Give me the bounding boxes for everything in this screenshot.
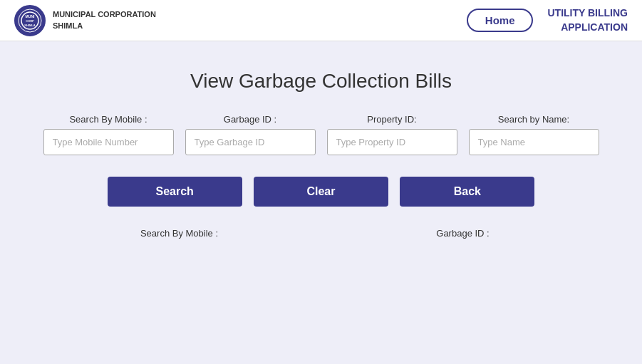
property-id-input[interactable] [327, 129, 457, 155]
bottom-garbage-label: Garbage ID : [327, 228, 599, 239]
name-label: Search by Name: [469, 114, 599, 125]
clear-button[interactable]: Clear [254, 177, 388, 207]
app-title: UTILITY BILLING APPLICATION [547, 6, 628, 34]
svg-text:CORP: CORP [26, 19, 34, 23]
mobile-label: Search By Mobile : [43, 114, 174, 125]
header-left: MUNI CORP SHIMLA MUNICIPAL CORPORATION S… [14, 5, 156, 36]
home-button[interactable]: Home [467, 9, 534, 32]
org-name: MUNICIPAL CORPORATION SHIMLA [53, 9, 156, 31]
bottom-field-group-mobile: Search By Mobile : [43, 228, 316, 243]
field-group-garbage-id: Garbage ID : [185, 114, 316, 155]
bottom-field-group-garbage: Garbage ID : [327, 228, 599, 243]
main-content: View Garbage Collection Bills Search By … [0, 41, 642, 364]
svg-text:MUNI: MUNI [26, 14, 35, 19]
search-button[interactable]: Search [108, 177, 242, 207]
field-group-name: Search by Name: [469, 114, 599, 155]
bottom-section: Search By Mobile : Garbage ID : [43, 228, 599, 243]
field-group-mobile: Search By Mobile : [43, 114, 174, 155]
svg-text:SHIMLA: SHIMLA [24, 24, 35, 27]
bottom-mobile-label: Search By Mobile : [43, 228, 316, 239]
buttons-row: Search Clear Back [108, 177, 535, 207]
header: MUNI CORP SHIMLA MUNICIPAL CORPORATION S… [0, 0, 642, 41]
mobile-input[interactable] [43, 129, 174, 155]
header-right: Home UTILITY BILLING APPLICATION [467, 6, 628, 34]
name-input[interactable] [469, 129, 599, 155]
garbage-id-label: Garbage ID : [185, 114, 316, 125]
back-button[interactable]: Back [400, 177, 534, 207]
property-id-label: Property ID: [327, 114, 457, 125]
garbage-id-input[interactable] [185, 129, 316, 155]
fields-row: Search By Mobile : Garbage ID : Property… [43, 114, 599, 155]
form-section: Search By Mobile : Garbage ID : Property… [43, 114, 599, 207]
logo: MUNI CORP SHIMLA [14, 5, 46, 36]
page-title: View Garbage Collection Bills [190, 70, 452, 93]
field-group-property-id: Property ID: [327, 114, 457, 155]
